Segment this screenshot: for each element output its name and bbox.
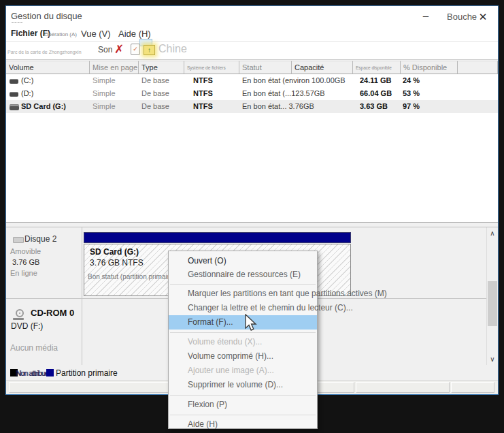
partition-title: SD Card (G:) bbox=[90, 247, 139, 257]
close-button-label: Bouche bbox=[447, 12, 477, 22]
cell-layout: Simple bbox=[93, 100, 116, 113]
col-header-filesystem[interactable]: Système de fichiers bbox=[184, 61, 239, 74]
menu-separator bbox=[170, 284, 316, 285]
drive-icon bbox=[10, 104, 19, 110]
toolbar: Parc de la carte de Zhongzhongxin Son ✗ … bbox=[6, 42, 498, 60]
disk2-kind: Amovible bbox=[10, 247, 41, 255]
cell-percent: 97 % bbox=[403, 100, 420, 113]
scrollbar-down-icon[interactable]: ∨ bbox=[487, 353, 498, 365]
cell-layout: Simple bbox=[93, 74, 116, 87]
col-header-type[interactable]: Type bbox=[139, 61, 184, 74]
pane-splitter[interactable] bbox=[6, 222, 498, 227]
cell-status: En bon état... 3.76GB bbox=[242, 100, 314, 113]
disk2-name[interactable]: Disque 2 bbox=[24, 234, 56, 244]
cell-free-space: 66.04 GB bbox=[360, 87, 392, 100]
title-underline-artifact bbox=[12, 22, 22, 23]
menu-view[interactable]: Vue (V) bbox=[81, 29, 111, 39]
cell-type: De base bbox=[141, 87, 169, 100]
cell-status: En bon état (...123.57GB bbox=[242, 87, 325, 100]
title-bar: Gestion du disque – Bouche ✕ bbox=[6, 6, 498, 27]
cell-percent: 53 % bbox=[403, 87, 420, 100]
menu-item-delete-volume[interactable]: Supprimer le volume (D)... bbox=[169, 378, 317, 392]
menu-separator bbox=[170, 332, 316, 333]
vertical-scrollbar[interactable]: ∧ ∨ bbox=[486, 227, 498, 365]
menu-item-extend-volume: Volume étendu (X)... bbox=[169, 335, 317, 349]
menu-item-properties[interactable]: Flexion (P) bbox=[169, 398, 317, 412]
menu-separator bbox=[170, 395, 316, 396]
toolbar-faint-text: Parc de la carte de Zhongzhongxin bbox=[7, 50, 82, 54]
cell-type: De base bbox=[141, 100, 169, 113]
folder-up-icon[interactable]: ↑ bbox=[144, 45, 155, 55]
minimize-button[interactable]: – bbox=[417, 8, 435, 23]
menu-help[interactable]: Aide (H) bbox=[118, 29, 151, 39]
col-header-volume[interactable]: Volume bbox=[6, 61, 90, 74]
cdrom-label-block[interactable]: CD-ROM 0 DVD (F:) Aucun média bbox=[6, 299, 82, 365]
status-segment bbox=[451, 382, 494, 393]
col-header-capacity[interactable]: Capacité bbox=[292, 61, 353, 74]
cdrom-name: CD-ROM 0 bbox=[31, 308, 74, 318]
legend-swatch-primary bbox=[46, 369, 54, 376]
menu-item-add-mirror: Ajouter une image (A)... bbox=[169, 364, 317, 378]
cell-percent: 24 % bbox=[403, 74, 420, 87]
legend-label-unallocated: Non attribué bbox=[16, 369, 48, 377]
menu-item-format[interactable]: Format (F)... bbox=[169, 315, 317, 330]
menu-separator bbox=[170, 415, 316, 415]
close-icon[interactable]: ✕ bbox=[475, 10, 490, 25]
context-menu: Ouvert (O) Gestionnaire de ressources (E… bbox=[168, 251, 318, 429]
col-header-layout[interactable]: Mise en page bbox=[90, 61, 139, 74]
partition-status: Bon statut (partition primaire bbox=[88, 273, 173, 280]
menu-item-explorer[interactable]: Gestionnaire de ressources (E) bbox=[169, 268, 317, 281]
menu-item-mark-active[interactable]: Marquer les partitions en tant que parti… bbox=[169, 287, 317, 301]
pane-column-divider bbox=[82, 227, 82, 365]
toolbar-son-label: Son bbox=[98, 45, 112, 54]
menu-item-shrink-volume[interactable]: Volume comprimé (H)... bbox=[169, 349, 317, 364]
drive-icon bbox=[10, 92, 18, 97]
cdrom-icon bbox=[16, 309, 24, 317]
menu-item-help[interactable]: Aide (H) bbox=[169, 417, 317, 432]
cell-volume: SD Card (G:) bbox=[21, 100, 66, 113]
col-header-status[interactable]: Statut bbox=[239, 61, 292, 74]
cdrom-drive-letter: DVD (F:) bbox=[11, 321, 43, 331]
partition-color-bar bbox=[84, 232, 351, 243]
cell-filesystem: NTFS bbox=[193, 87, 213, 100]
partition-size-fs: 3.76 GB NTFS bbox=[90, 258, 144, 268]
table-row-selected[interactable]: SD Card (G:) Simple De base NTFS En bon … bbox=[6, 100, 498, 113]
cell-layout: Simple bbox=[93, 87, 116, 100]
disk2-status: En ligne bbox=[10, 269, 37, 277]
properties-check-icon[interactable]: ✓ bbox=[131, 44, 140, 55]
volume-table: Volume Mise en page Type Système de fich… bbox=[6, 61, 498, 222]
status-segment bbox=[356, 382, 450, 393]
scrollbar-up-icon[interactable]: ∧ bbox=[487, 227, 498, 239]
cell-filesystem: NTFS bbox=[193, 74, 213, 87]
cell-volume: (D:) bbox=[21, 87, 33, 100]
col-header-free[interactable]: Espace disponible bbox=[353, 61, 401, 74]
menu-bar: Fichier (F) Opération (A) Vue (V) Aide (… bbox=[6, 27, 498, 42]
toolbar-chine-label: Chine bbox=[158, 43, 187, 55]
table-row[interactable]: (D:) Simple De base NTFS En bon état (..… bbox=[6, 87, 498, 100]
cell-free-space: 24.11 GB bbox=[360, 74, 391, 87]
menu-item-change-letter[interactable]: Changer la lettre et le chemin du lecteu… bbox=[169, 301, 317, 315]
cell-volume: (C:) bbox=[21, 74, 33, 87]
mouse-cursor-icon bbox=[243, 314, 258, 336]
cell-type: De base bbox=[141, 74, 169, 87]
cell-filesystem: NTFS bbox=[193, 100, 213, 113]
cell-free-space: 3.63 GB bbox=[360, 100, 388, 113]
delete-icon[interactable]: ✗ bbox=[114, 42, 124, 57]
window-title: Gestion du disque bbox=[11, 11, 82, 21]
menu-operation[interactable]: Opération (A) bbox=[44, 31, 77, 37]
disk-icon bbox=[13, 237, 24, 243]
legend-label-primary: Partition primaire bbox=[56, 368, 118, 378]
menu-item-open[interactable]: Ouvert (O) bbox=[169, 254, 317, 268]
cdrom-icon-base bbox=[13, 318, 24, 320]
table-row[interactable]: (C:) Simple De base NTFS En bon état (en… bbox=[6, 74, 498, 87]
drive-icon bbox=[10, 79, 18, 84]
disk2-size: 3.76 GB bbox=[12, 258, 39, 266]
scrollbar-thumb[interactable] bbox=[488, 281, 497, 326]
col-header-percent[interactable]: % Disponible bbox=[401, 61, 458, 74]
cell-status: En bon état (environ 100.00GB bbox=[242, 74, 346, 87]
cdrom-media-status: Aucun média bbox=[10, 343, 58, 353]
col-header-empty[interactable] bbox=[458, 61, 498, 74]
